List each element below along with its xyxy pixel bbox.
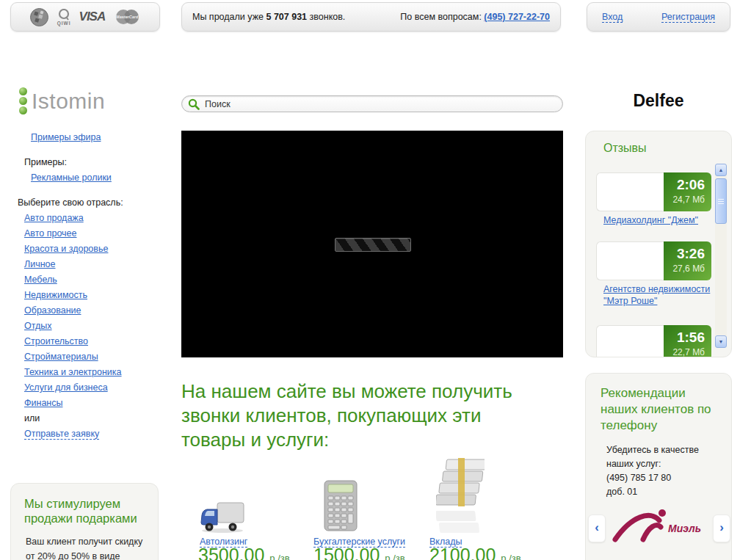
- search-bar: [181, 95, 563, 112]
- sidebar-item-personal[interactable]: Личное: [24, 259, 56, 269]
- page: QIWI VISA MasterCard Мы продали уже 5 70…: [0, 0, 751, 560]
- contact-phone-link[interactable]: (495) 727-22-70: [484, 12, 550, 22]
- sidebar-nav: Примеры эфира Примеры: Рекламные ролики …: [18, 130, 172, 442]
- logo-text: Istomin: [32, 89, 105, 114]
- payment-methods-box: QIWI VISA MasterCard: [10, 2, 160, 32]
- sidebar-item-beauty-health[interactable]: Красота и здоровье: [24, 244, 108, 254]
- delfee-logo: Delfee: [585, 91, 732, 111]
- reviews-panel: Отзывы 2:06 24,7 Мб Медиахолдинг "Джем" …: [585, 131, 732, 357]
- sidebar-item-real-estate[interactable]: Недвижимость: [24, 290, 87, 300]
- site-logo[interactable]: Istomin: [19, 87, 105, 114]
- or-label: или: [18, 411, 172, 426]
- carousel-next-icon[interactable]: ›: [713, 514, 730, 542]
- review-badge: 2:06 24,7 Мб: [664, 172, 711, 211]
- stats-box: Мы продали уже 5 707 931 звонков. По все…: [181, 2, 561, 32]
- sidebar-item-construction[interactable]: Строительство: [24, 336, 88, 346]
- promo-title: Мы стимулируем продажи подарками: [24, 496, 145, 526]
- webmoney-icon: [29, 7, 49, 27]
- qiwi-icon: QIWI: [57, 9, 71, 26]
- main-heading: На нашем сайте вы можете получить звонки…: [181, 379, 534, 452]
- money-stack-image: [436, 457, 485, 533]
- product-price-autoleasing: 3500.00 р /зв: [198, 545, 290, 560]
- recommendations-body: Убедитесь в качестве наших услуг: (495) …: [606, 443, 720, 499]
- review-company-link[interactable]: Медиахолдинг "Джем": [603, 214, 714, 226]
- sold-count-value: 5 707 931: [266, 12, 307, 22]
- review-thumbnail: [596, 172, 664, 211]
- scrollbar-down-arrow-icon[interactable]: ▼: [715, 335, 727, 348]
- examples-label: Примеры:: [18, 155, 172, 170]
- sidebar-item-tech-electronics[interactable]: Техника и электроника: [24, 367, 122, 377]
- review-thumbnail: [596, 325, 664, 357]
- miel-logo: Миэль: [612, 506, 706, 548]
- video-player[interactable]: [181, 131, 563, 357]
- sidebar-item-finance[interactable]: Финансы: [24, 398, 62, 408]
- auth-box: Вход Регистрация: [587, 2, 730, 32]
- review-item[interactable]: 2:06 24,7 Мб: [596, 172, 711, 211]
- sidebar-item-commercials[interactable]: Рекламные ролики: [31, 172, 112, 183]
- review-duration: 1:56: [664, 330, 705, 345]
- review-badge: 3:26 27,6 Мб: [664, 241, 711, 280]
- sidebar-item-leisure[interactable]: Отдых: [24, 321, 52, 331]
- sidebar-item-auto-other[interactable]: Авто прочее: [24, 228, 77, 239]
- visa-icon: VISA: [79, 10, 106, 24]
- send-request-link[interactable]: Отправьте заявку: [24, 429, 99, 440]
- review-filesize: 27,6 Мб: [664, 263, 705, 274]
- review-item[interactable]: 3:26 27,6 Мб: [596, 241, 711, 280]
- search-icon: [188, 98, 200, 110]
- search-input[interactable]: [203, 98, 556, 110]
- review-thumbnail: [596, 241, 664, 280]
- truck-image: [200, 498, 245, 534]
- review-filesize: 24,7 Мб: [664, 194, 705, 205]
- reviews-scrollbar[interactable]: ▲ ▼: [715, 164, 727, 348]
- review-duration: 3:26: [664, 247, 705, 261]
- contact-phone-line: По всем вопросам: (495) 727-22-70: [400, 12, 550, 22]
- calculator-image: [323, 479, 358, 534]
- promo-text: Ваш клиент получит скидку от 20% до 50% …: [26, 535, 143, 560]
- review-item[interactable]: 1:56 22,7 Мб: [596, 325, 711, 357]
- sold-counter: Мы продали уже 5 707 931 звонков.: [192, 12, 345, 22]
- recommendations-phone: (495) 785 17 80: [606, 471, 720, 485]
- sidebar-item-building-materials[interactable]: Стройматериалы: [24, 352, 98, 362]
- sidebar-item-education[interactable]: Образование: [24, 305, 81, 316]
- industry-label: Выберите свою отрасль:: [18, 195, 172, 211]
- review-badge: 1:56 22,7 Мб: [664, 325, 711, 357]
- sidebar-item-business-services[interactable]: Услуги для бизнеса: [24, 382, 108, 393]
- sidebar-item-auto-sales[interactable]: Авто продажа: [24, 213, 84, 223]
- recommendations-text: Убедитесь в качестве наших услуг:: [606, 443, 720, 471]
- logo-dots-icon: [19, 87, 27, 114]
- scrollbar-thumb[interactable]: [715, 178, 727, 224]
- product-price-deposits: 2100.00 р /зв: [429, 545, 521, 560]
- sidebar-item-air-examples[interactable]: Примеры эфира: [31, 132, 101, 142]
- gifts-promo-panel: Мы стимулируем продажи подарками Ваш кли…: [10, 483, 159, 560]
- login-link[interactable]: Вход: [602, 12, 623, 23]
- mastercard-icon: MasterCard: [113, 8, 141, 26]
- reviews-title: Отзывы: [603, 142, 647, 155]
- review-duration: 2:06: [664, 178, 705, 192]
- review-company-link[interactable]: Агентство недвижимости "Мэтр Роше": [603, 283, 714, 307]
- carousel-prev-icon[interactable]: ‹: [588, 514, 606, 542]
- recommendations-panel: Рекомендации наших клиентов по телефону …: [585, 373, 732, 560]
- sidebar-item-furniture[interactable]: Мебель: [24, 274, 57, 285]
- scrollbar-up-arrow-icon[interactable]: ▲: [715, 164, 727, 176]
- product-price-accounting: 1500.00 р /зв: [313, 545, 405, 560]
- recommendations-title: Рекомендации наших клиентов по телефону: [601, 385, 714, 434]
- miel-logo-text: Миэль: [668, 523, 701, 534]
- register-link[interactable]: Регистрация: [661, 12, 715, 23]
- review-filesize: 22,7 Мб: [664, 347, 705, 357]
- video-loading-bar: [335, 238, 411, 252]
- recommendations-ext: доб. 01: [606, 485, 720, 499]
